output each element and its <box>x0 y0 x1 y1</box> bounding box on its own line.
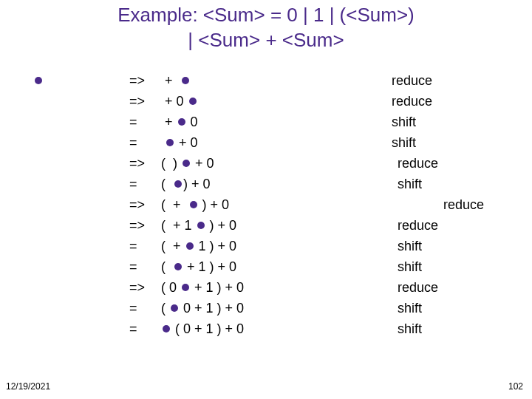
derivation-row: = ( 0 + 1 ) + 0shift <box>30 319 517 340</box>
cursor-dot-icon <box>183 160 190 167</box>
slide-title: Example: <Sum> = 0 | 1 | (<Sum>) | <Sum>… <box>0 0 532 53</box>
derivation-arrow: = <box>129 236 137 257</box>
derivation-body: ( 0 + 1 ) + 0 <box>161 319 244 340</box>
footer-date: 12/19/2021 <box>6 381 50 392</box>
derivation-arrow: = <box>129 319 137 340</box>
derivation-action: reduce <box>398 216 438 236</box>
derivation-action: shift <box>398 257 422 278</box>
derivation-arrow: => <box>129 71 145 92</box>
derivation-action: shift <box>398 174 422 195</box>
derivation-body: ( ) + 0 <box>161 154 214 174</box>
derivation-body: + 0 <box>161 112 198 133</box>
derivation-block: => + reduce=> + 0 reduce= + 0shift= + 0s… <box>30 71 517 340</box>
cursor-dot-icon <box>178 118 185 126</box>
cursor-dot-icon <box>171 304 178 312</box>
derivation-arrow: => <box>129 92 145 112</box>
derivation-row: =( + 1 ) + 0shift <box>30 257 517 278</box>
derivation-row: =>( + 1 ) + 0reduce <box>30 216 517 236</box>
derivation-body: + 0 <box>161 92 198 112</box>
derivation-row: = + 0shift <box>30 133 517 154</box>
cursor-dot-icon <box>35 77 42 84</box>
derivation-action: reduce <box>443 195 484 216</box>
cursor-dot-icon <box>190 201 197 208</box>
derivation-arrow: => <box>129 195 145 216</box>
derivation-arrow: = <box>129 112 137 133</box>
derivation-action: reduce <box>392 92 432 112</box>
derivation-row: =( 0 + 1 ) + 0shift <box>30 299 517 319</box>
cursor-dot-icon <box>174 180 182 188</box>
derivation-arrow: => <box>129 154 145 174</box>
derivation-body: ( 0 + 1 ) + 0 <box>161 278 244 299</box>
derivation-action: shift <box>398 319 422 340</box>
derivation-action: shift <box>398 299 422 319</box>
title-line-1: Example: <Sum> = 0 | 1 | (<Sum>) <box>0 3 532 28</box>
derivation-action: shift <box>392 112 416 133</box>
derivation-arrow: => <box>129 216 145 236</box>
derivation-arrow: = <box>129 174 137 195</box>
cursor-dot-icon <box>189 98 197 105</box>
derivation-arrow: = <box>129 299 137 319</box>
cursor-dot-icon <box>182 77 189 84</box>
derivation-body: ( + 1 ) + 0 <box>161 236 236 257</box>
cursor-dot-icon <box>186 242 194 250</box>
derivation-action: reduce <box>398 154 438 174</box>
derivation-row: =>( ) + 0reduce <box>30 154 517 174</box>
footer-page-number: 102 <box>508 381 523 392</box>
derivation-body: ( + 1 ) + 0 <box>161 257 236 278</box>
title-line-2: | <Sum> + <Sum> <box>0 28 532 53</box>
cursor-dot-icon <box>182 284 189 291</box>
derivation-start <box>30 71 44 92</box>
derivation-row: = + 0shift <box>30 112 517 133</box>
derivation-arrow: = <box>129 133 137 154</box>
derivation-action: reduce <box>398 278 438 299</box>
derivation-body: + <box>161 71 191 92</box>
cursor-dot-icon <box>174 263 182 270</box>
derivation-action: reduce <box>392 71 432 92</box>
cursor-dot-icon <box>163 325 170 332</box>
derivation-arrow: => <box>129 278 145 299</box>
derivation-body: ( ) + 0 <box>161 174 211 195</box>
derivation-action: shift <box>398 236 422 257</box>
derivation-row: =>( 0 + 1 ) + 0reduce <box>30 278 517 299</box>
derivation-body: ( + 1 ) + 0 <box>161 216 236 236</box>
derivation-row: => + 0 reduce <box>30 92 517 112</box>
cursor-dot-icon <box>166 139 174 146</box>
derivation-row: =>( + ) + 0reduce <box>30 195 517 216</box>
derivation-body: ( + ) + 0 <box>161 195 229 216</box>
cursor-dot-icon <box>197 222 205 229</box>
derivation-body: + 0 <box>161 133 198 154</box>
derivation-body: ( 0 + 1 ) + 0 <box>161 299 244 319</box>
derivation-row: =( + 1 ) + 0shift <box>30 236 517 257</box>
derivation-arrow: = <box>129 257 137 278</box>
derivation-row: =( ) + 0shift <box>30 174 517 195</box>
derivation-action: shift <box>392 133 416 154</box>
derivation-row: => + reduce <box>30 71 517 92</box>
